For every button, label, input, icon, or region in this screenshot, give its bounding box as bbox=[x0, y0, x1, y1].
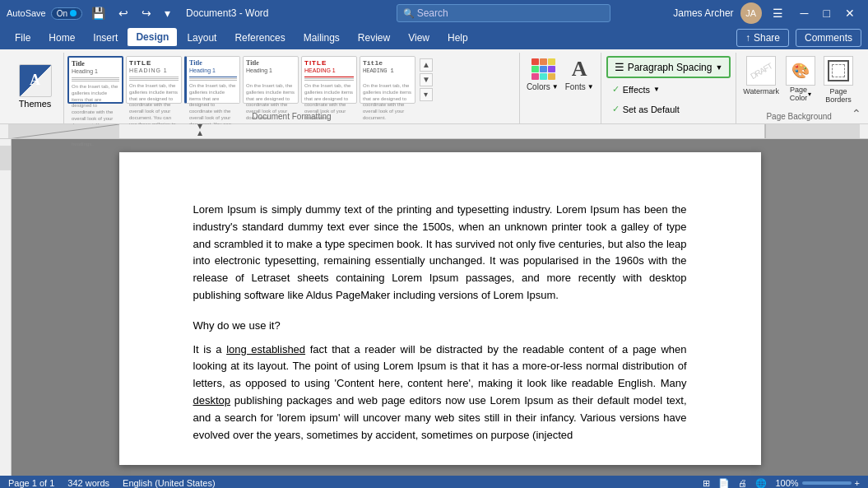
zoom-slider[interactable] bbox=[802, 481, 852, 485]
autosave-label: AutoSave bbox=[7, 8, 46, 18]
watermark-label: Watermark bbox=[743, 87, 779, 95]
minimize-button[interactable]: ─ bbox=[794, 5, 815, 21]
save-button[interactable]: 💾 bbox=[87, 5, 109, 21]
page-color-button[interactable]: 🎨 PageColor ▾ bbox=[784, 56, 817, 102]
format-thumb-5[interactable]: TITLE HEADING 1 On the Insert tab, the g… bbox=[301, 56, 357, 104]
doc-formatting-group: Title Heading 1 On the Insert tab, the g… bbox=[64, 53, 520, 123]
format-scroll-more[interactable]: ▾ bbox=[420, 88, 433, 101]
fonts-chevron: ▼ bbox=[587, 83, 594, 91]
ruler-svg bbox=[8, 124, 860, 139]
menu-view[interactable]: View bbox=[400, 29, 438, 47]
window-controls: ─ □ ✕ bbox=[794, 5, 861, 21]
svg-rect-7 bbox=[0, 146, 12, 469]
share-icon: ↑ bbox=[745, 32, 750, 44]
word-count: 342 words bbox=[67, 478, 109, 488]
paragraph-spacing-group: ☰ Paragraph Spacing ▼ ✓ Effects ▼ ✓ Set … bbox=[601, 53, 737, 123]
page-color-label-row: PageColor ▾ bbox=[790, 86, 812, 102]
themes-button[interactable]: A Themes bbox=[12, 61, 58, 112]
avatar: JA bbox=[740, 2, 762, 24]
format-scroll-down[interactable]: ▼ bbox=[420, 73, 433, 86]
format-thumb-1[interactable]: Title Heading 1 On the Insert tab, the g… bbox=[67, 56, 123, 104]
underline-long-established: long established bbox=[226, 343, 305, 356]
doc-paragraph-2: Why do we use it? bbox=[193, 318, 687, 335]
doc-title: Document3 - Word bbox=[186, 7, 268, 19]
format-thumb-3[interactable]: Title Heading 1 On the Insert tab, the g… bbox=[184, 56, 240, 104]
doc-area[interactable]: Lorem Ipsum is simply dummy text of the … bbox=[12, 139, 868, 476]
v-ruler-svg bbox=[0, 146, 12, 469]
page-borders-icon bbox=[824, 56, 853, 86]
close-button[interactable]: ✕ bbox=[838, 5, 861, 21]
fonts-icon: A bbox=[566, 56, 592, 82]
menu-help[interactable]: Help bbox=[439, 29, 476, 47]
focus-mode-button[interactable]: ⊞ bbox=[703, 478, 710, 489]
menu-layout[interactable]: Layout bbox=[179, 29, 225, 47]
format-thumb-4[interactable]: Title Heading 1 On the Insert tab, the g… bbox=[243, 56, 299, 104]
watermark-button[interactable]: DRAFT Watermark bbox=[743, 56, 779, 95]
maximize-button[interactable]: □ bbox=[817, 5, 837, 21]
format-thumb-6[interactable]: Title HEADING 1 On the Insert tab, the g… bbox=[360, 56, 415, 104]
paragraph-spacing-button[interactable]: ☰ Paragraph Spacing ▼ bbox=[606, 56, 731, 78]
comments-button[interactable]: Comments bbox=[796, 29, 861, 47]
colors-item[interactable]: Colors ▼ bbox=[527, 56, 559, 91]
paragraph-spacing-chevron: ▼ bbox=[715, 63, 722, 72]
menu-references[interactable]: References bbox=[226, 29, 293, 47]
undo-button[interactable]: ↩ bbox=[114, 5, 132, 21]
menu-insert[interactable]: Insert bbox=[85, 29, 126, 47]
effects-check: ✓ bbox=[612, 84, 620, 95]
menu-file[interactable]: File bbox=[7, 29, 39, 47]
format-thumb-2[interactable]: TITLE HEADING 1 On the Insert tab, the g… bbox=[126, 56, 182, 104]
customize-button[interactable]: ▾ bbox=[160, 5, 174, 21]
print-layout-button[interactable]: 🖨 bbox=[738, 478, 747, 488]
ribbon-collapse-button[interactable]: ⌃ bbox=[852, 107, 861, 120]
autosave-toggle[interactable]: On bbox=[51, 7, 82, 20]
zoom-in-button[interactable]: + bbox=[855, 478, 860, 488]
effects-button[interactable]: ✓ Effects ▼ bbox=[606, 81, 731, 98]
doc-format-items: Title Heading 1 On the Insert tab, the g… bbox=[67, 53, 516, 107]
menu-design[interactable]: Design bbox=[128, 28, 177, 48]
page-borders-button[interactable]: PageBorders bbox=[822, 56, 855, 104]
themes-letter: A bbox=[30, 72, 40, 89]
menu-review[interactable]: Review bbox=[350, 29, 398, 47]
vertical-ruler bbox=[0, 139, 12, 476]
doc-paragraph-1: Lorem Ipsum is simply dummy text of the … bbox=[193, 202, 687, 304]
read-mode-button[interactable]: 📄 bbox=[718, 478, 730, 489]
status-right: ⊞ 📄 🖨 🌐 100% + bbox=[703, 478, 860, 489]
format-scroll-up[interactable]: ▲ bbox=[420, 58, 433, 72]
colors-fonts-content: Colors ▼ A Fonts ▼ bbox=[527, 53, 594, 121]
svg-rect-2 bbox=[765, 124, 860, 139]
share-button[interactable]: ↑ Share bbox=[736, 29, 789, 47]
doc-page: Lorem Ipsum is simply dummy text of the … bbox=[119, 152, 761, 465]
search-icon: 🔍 bbox=[403, 8, 415, 19]
zoom-bar: 100% + bbox=[775, 478, 860, 488]
title-right: James Archer JA ☰ ─ □ ✕ bbox=[673, 2, 861, 24]
svg-rect-8 bbox=[0, 146, 12, 170]
page-borders-label: PageBorders bbox=[825, 87, 852, 104]
search-input[interactable] bbox=[397, 4, 610, 22]
search-wrapper: 🔍 bbox=[397, 4, 610, 22]
page-background-group: DRAFT Watermark 🎨 PageColor ▾ bbox=[736, 53, 861, 123]
web-layout-button[interactable]: 🌐 bbox=[755, 478, 767, 489]
toggle-dot bbox=[70, 10, 77, 16]
themes-icon: A bbox=[19, 64, 52, 97]
fonts-item[interactable]: A Fonts ▼ bbox=[565, 56, 594, 91]
set-as-default-button[interactable]: ✓ Set as Default bbox=[606, 100, 731, 118]
menu-home[interactable]: Home bbox=[40, 29, 83, 47]
redo-button[interactable]: ↪ bbox=[137, 5, 155, 21]
themes-label: Themes bbox=[19, 99, 52, 109]
horizontal-ruler bbox=[0, 124, 868, 139]
page-color-label: PageColor bbox=[790, 86, 808, 102]
menu-mailings[interactable]: Mailings bbox=[295, 29, 348, 47]
colors-fonts-group: Colors ▼ A Fonts ▼ bbox=[520, 53, 601, 123]
colors-fonts-label bbox=[527, 121, 594, 123]
page-bg-content: DRAFT Watermark 🎨 PageColor ▾ bbox=[743, 53, 855, 112]
effects-label: Effects bbox=[623, 85, 650, 95]
ribbon-display-button[interactable]: ☰ bbox=[768, 5, 787, 21]
colors-chevron: ▼ bbox=[552, 83, 559, 91]
colors-label: Colors bbox=[527, 82, 550, 91]
paragraph-spacing-icon: ☰ bbox=[615, 61, 624, 73]
paragraph-group-label bbox=[606, 121, 731, 123]
zoom-level: 100% bbox=[775, 478, 798, 488]
ribbon-collapse-area: ⌃ bbox=[852, 107, 861, 120]
colors-label-row: Colors ▼ bbox=[527, 82, 559, 91]
watermark-icon: DRAFT bbox=[746, 56, 776, 86]
